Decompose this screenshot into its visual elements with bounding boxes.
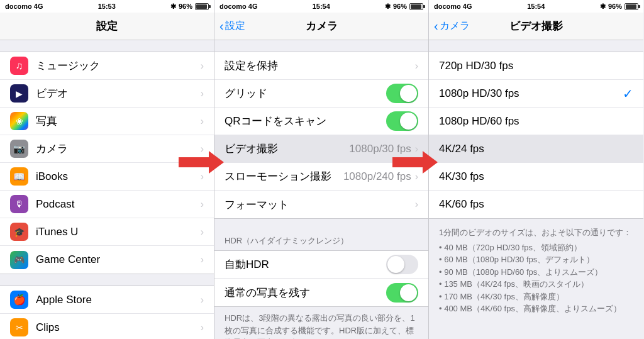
sidebar-item-podcast[interactable]: 🎙 Podcast ›	[0, 191, 214, 218]
format-item[interactable]: フォーマット ›	[214, 191, 428, 218]
4k24-item[interactable]: 4K/24 fps	[429, 135, 643, 163]
settings-group-2: 🍎 Apple Store › ✂ Clips › ◆ Dropbox ›	[0, 286, 214, 339]
clips-label: Clips	[36, 321, 201, 334]
keep-settings-item[interactable]: 設定を保持 ›	[214, 52, 428, 80]
back-button-3[interactable]: ‹ カメラ	[434, 19, 470, 33]
music-icon: ♫	[10, 57, 28, 75]
battery-pct-1: 96%	[179, 3, 192, 10]
time-1: 15:53	[98, 3, 116, 10]
status-bar-3: docomo 4G 15:54 ✱ 96%	[429, 0, 643, 13]
video-label: ビデオ	[36, 86, 201, 101]
status-right-2: ✱ 96%	[385, 3, 423, 11]
battery-pct-2: 96%	[393, 3, 407, 10]
grid-toggle-thumb	[400, 85, 417, 102]
auto-hdr-toggle[interactable]	[386, 255, 418, 274]
auto-hdr-toggle-thumb	[387, 256, 404, 273]
page-title-1: 設定	[96, 19, 118, 33]
chevron-game-center: ›	[201, 254, 204, 265]
format-label: フォーマット	[225, 197, 415, 212]
1080p60-item[interactable]: 1080p HD/60 fps	[429, 108, 643, 135]
chevron-keep-settings: ›	[415, 60, 418, 72]
grid-toggle[interactable]	[386, 84, 418, 103]
sidebar-item-itunes-u[interactable]: 🎓 iTunes U ›	[0, 218, 214, 246]
chevron-podcast: ›	[201, 199, 204, 210]
back-label-2: 設定	[225, 19, 245, 33]
bluetooth-1: ✱	[170, 3, 176, 11]
arrow-1	[179, 151, 224, 174]
back-label-3: カメラ	[440, 19, 470, 33]
carrier-1: docomo 4G	[5, 3, 43, 10]
itunes-u-icon: 🎓	[10, 223, 28, 241]
4k60-item[interactable]: 4K/60 fps	[429, 191, 643, 218]
video-rec-label: ビデオ撮影	[225, 142, 349, 156]
back-button-2[interactable]: ‹ 設定	[219, 19, 245, 33]
time-3: 15:54	[527, 3, 545, 10]
1080p30-check: ✓	[623, 86, 633, 101]
camera-icon: 📷	[10, 140, 28, 158]
list-content-2: 設定を保持 › グリッド QRコードをスキャン ビデオ撮影 1080p/30	[214, 40, 428, 339]
auto-hdr-item[interactable]: 自動HDR	[214, 251, 428, 279]
time-2: 15:54	[313, 3, 330, 10]
page-title-2: カメラ	[306, 19, 338, 33]
sidebar-item-apple-store[interactable]: 🍎 Apple Store ›	[0, 286, 214, 314]
info-line-5: • 170 MB（4K/30 fps、高解像度）	[439, 291, 633, 303]
qr-scan-item[interactable]: QRコードをスキャン	[214, 108, 428, 135]
svg-marker-1	[392, 151, 438, 174]
arrow-2	[392, 151, 438, 174]
bluetooth-2: ✱	[385, 3, 391, 11]
1080p30-label: 1080p HD/30 fps	[439, 87, 618, 100]
carrier-2: docomo 4G	[219, 3, 258, 10]
apple-store-icon: 🍎	[10, 291, 28, 309]
sidebar-item-video[interactable]: ▶ ビデオ ›	[0, 80, 214, 108]
4k30-item[interactable]: 4K/30 fps	[429, 163, 643, 191]
qr-toggle[interactable]	[386, 111, 418, 131]
keep-settings-label: 設定を保持	[225, 58, 415, 73]
nav-bar-2: ‹ 設定 カメラ	[214, 13, 428, 40]
podcast-label: Podcast	[36, 198, 201, 211]
battery-icon-1	[195, 3, 209, 10]
1080p60-label: 1080p HD/60 fps	[439, 115, 633, 128]
slow-motion-label: スローモーション撮影	[225, 169, 343, 184]
nav-bar-3: ‹ カメラ ビデオ撮影	[429, 13, 643, 40]
sidebar-item-photos[interactable]: ❀ 写真 ›	[0, 108, 214, 135]
keep-normal-toggle[interactable]	[386, 283, 418, 303]
video-rec-group: 720p HD/30 fps 1080p HD/30 fps ✓ 1080p H…	[429, 52, 643, 219]
1080p30-item[interactable]: 1080p HD/30 fps ✓	[429, 80, 643, 108]
info-line-3: • 90 MB（1080p HD/60 fps、よりスムーズ）	[439, 266, 633, 279]
info-line-4: • 135 MB（4K/24 fps、映画のスタイル）	[439, 278, 633, 291]
video-icon: ▶	[10, 84, 28, 103]
info-line-2: • 60 MB（1080p HD/30 fps、デフォルト）	[439, 253, 633, 266]
sidebar-item-clips[interactable]: ✂ Clips ›	[0, 314, 214, 339]
sidebar-item-game-center[interactable]: 🎮 Game Center ›	[0, 246, 214, 274]
svg-marker-0	[179, 151, 224, 174]
auto-hdr-label: 自動HDR	[225, 257, 386, 272]
panel-video-rec: docomo 4G 15:54 ✱ 96% ‹ カメラ ビデオ撮影 720p H…	[429, 0, 643, 339]
battery-icon-3	[625, 3, 638, 10]
status-right-3: ✱ 96%	[600, 3, 638, 11]
photos-icon: ❀	[10, 112, 28, 130]
chevron-music: ›	[201, 60, 204, 72]
bluetooth-3: ✱	[600, 3, 606, 11]
720p30-label: 720p HD/30 fps	[439, 60, 633, 72]
qr-toggle-thumb	[400, 113, 417, 130]
grid-item[interactable]: グリッド	[214, 80, 428, 108]
carrier-3: docomo 4G	[434, 3, 472, 10]
keep-normal-item[interactable]: 通常の写真を残す	[214, 279, 428, 306]
720p30-item[interactable]: 720p HD/30 fps	[429, 52, 643, 80]
info-line-6: • 400 MB（4K/60 fps、高解像度、よりスムーズ）	[439, 303, 633, 315]
camera-group-2: 自動HDR 通常の写真を残す	[214, 250, 428, 307]
chevron-format: ›	[415, 199, 418, 210]
clips-icon: ✂	[10, 318, 28, 336]
chevron-itunes-u: ›	[201, 226, 204, 238]
keep-normal-label: 通常の写真を残す	[225, 286, 386, 300]
back-chevron-2: ‹	[219, 19, 224, 32]
itunes-u-label: iTunes U	[36, 226, 201, 238]
sidebar-item-music[interactable]: ♫ ミュージック ›	[0, 52, 214, 80]
podcast-icon: 🎙	[10, 195, 28, 213]
4k30-label: 4K/30 fps	[439, 170, 633, 183]
page-title-3: ビデオ撮影	[509, 19, 563, 33]
game-center-icon: 🎮	[10, 251, 28, 269]
ibooks-icon: 📖	[10, 167, 28, 186]
qr-scan-label: QRコードをスキャン	[225, 114, 386, 128]
chevron-apple-store: ›	[201, 294, 204, 306]
